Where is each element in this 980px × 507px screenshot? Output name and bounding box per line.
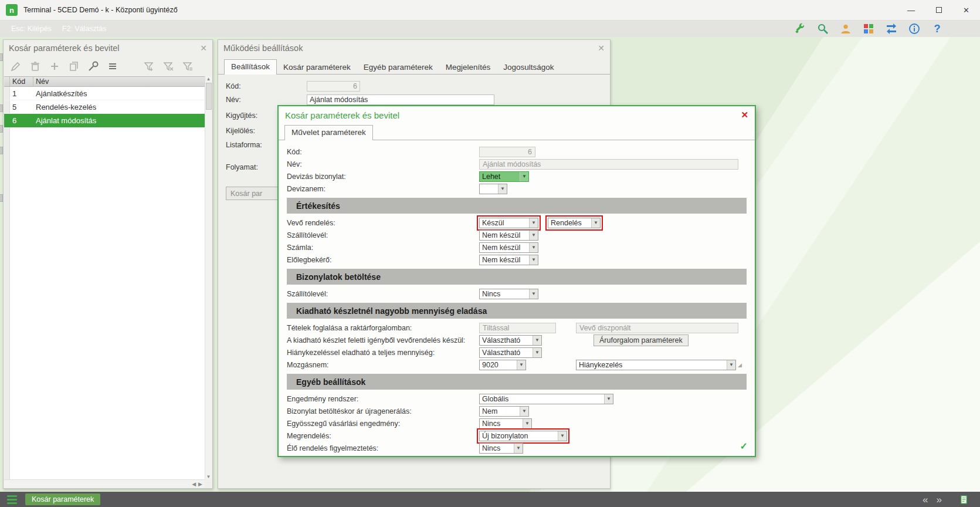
aruforgalom-parameterek-button[interactable]: Áruforgalom paraméterek: [594, 334, 689, 346]
close-icon[interactable]: ✕: [598, 43, 605, 53]
tab-muvelet-parameterek[interactable]: Művelet paraméterek: [284, 125, 373, 140]
nav-prev-icon[interactable]: «: [923, 495, 928, 505]
devizanem-label: Devizanem:: [287, 185, 479, 193]
chevron-down-icon: ▼: [514, 444, 523, 453]
confirm-check-icon[interactable]: ✓: [740, 441, 748, 452]
vertical-scrollbar[interactable]: ▲ ▼: [205, 76, 212, 479]
kod-field: 6: [307, 81, 360, 92]
scrollbar-thumb[interactable]: [206, 83, 212, 110]
mozgasnem-nev-select[interactable]: Hiánykezelés▼: [576, 360, 736, 370]
kod-label: Kód:: [226, 82, 307, 90]
chevron-down-icon: ▼: [523, 419, 531, 428]
tools-icon[interactable]: [87, 60, 100, 73]
nev-field[interactable]: Ajánlat módosítás: [307, 94, 494, 105]
list-icon[interactable]: [106, 60, 119, 73]
elo-rendeles-select[interactable]: Nincs▼: [479, 443, 523, 454]
shortcut-bar: Esc: Kilépés F2: Választás ?: [0, 21, 980, 37]
dialog-tabs: Művelet paraméterek: [279, 124, 755, 140]
elolegbekero-select[interactable]: Nem készül▼: [479, 255, 538, 265]
szamla-select[interactable]: Nem készül▼: [479, 242, 538, 253]
chevron-down-icon: ▼: [591, 218, 600, 228]
search-icon[interactable]: [816, 22, 829, 35]
tab-megjelenites[interactable]: Megjelenítés: [439, 60, 497, 74]
f2-shortcut[interactable]: F2: Választás: [57, 23, 112, 35]
kosar-parameterek-button[interactable]: Kosár par: [226, 187, 279, 200]
delete-icon[interactable]: [29, 60, 42, 73]
filter-icon[interactable]: [143, 60, 155, 73]
filter-clear-icon[interactable]: [162, 60, 175, 73]
filter-columns-icon[interactable]: [181, 60, 194, 73]
dialog-titlebar: Kosár paraméterek és bevitel ✕: [279, 106, 755, 124]
esc-shortcut[interactable]: Esc: Kilépés: [6, 23, 57, 35]
minimize-icon[interactable]: —: [897, 0, 925, 20]
info-icon[interactable]: [908, 22, 921, 35]
scroll-right-icon[interactable]: ▶: [198, 481, 202, 487]
column-header-kod[interactable]: Kód: [10, 77, 33, 86]
maximize-icon[interactable]: [925, 0, 952, 20]
ar-ujrageneralas-select[interactable]: Nem▼: [479, 406, 529, 417]
chevron-down-icon: ▼: [604, 394, 613, 404]
egyosszegu-engedmeny-label: Egyösszegű vásárlási engedmény:: [287, 420, 479, 428]
scroll-down-icon[interactable]: ▼: [206, 474, 211, 479]
row-nev-cell: Rendelés-kezelés: [33, 103, 205, 111]
engedmeny-rendszer-select[interactable]: Globális▼: [479, 394, 613, 404]
vevo-rendeles-tipus-select[interactable]: Rendelés▼: [548, 218, 601, 228]
resize-grip-icon[interactable]: ◢: [738, 362, 742, 368]
vevo-diszponalt-field: Vevő diszponált: [576, 323, 738, 333]
wrench-icon[interactable]: [794, 22, 806, 35]
szallitolevel-betoltes-select[interactable]: Nincs▼: [479, 289, 538, 299]
user-icon[interactable]: [839, 22, 852, 35]
chevron-down-icon: ▼: [558, 431, 567, 441]
vevo-rendeles-label: Vevő rendelés:: [287, 219, 479, 227]
apps-grid-icon[interactable]: [862, 22, 875, 35]
scroll-left-icon[interactable]: ◀: [192, 481, 196, 487]
elo-rendeles-label: Élő rendelés figyelmeztetés:: [287, 444, 479, 452]
row-nev-cell: Ajánlat módosítás: [33, 116, 205, 125]
mozgasnem-kod-select[interactable]: 9020▼: [479, 360, 526, 370]
chevron-down-icon: ▼: [529, 243, 538, 252]
help-icon[interactable]: ?: [931, 22, 944, 35]
devizas-bizonylat-select[interactable]: Lehet▼: [479, 171, 529, 182]
dialog-title: Kosár paraméterek és bevitel: [285, 110, 399, 120]
status-tab-kosar-parameterek[interactable]: Kosár paraméterek: [25, 494, 100, 505]
menu-icon[interactable]: [7, 495, 17, 504]
devizanem-select[interactable]: ▼: [479, 184, 507, 194]
devizas-bizonylat-label: Devizás bizonylat:: [287, 173, 479, 181]
close-icon[interactable]: ✕: [952, 0, 980, 20]
close-icon[interactable]: ✕: [741, 110, 748, 120]
window-controls: — ✕: [897, 0, 980, 20]
row-kod-cell: 1: [10, 89, 33, 98]
row-gutter: [4, 87, 10, 479]
tetelek-foglalasa-field: Tiltással: [479, 323, 556, 333]
tab-kosar-parameterek[interactable]: Kosár paraméterek: [277, 60, 357, 74]
tab-beallitasok[interactable]: Beállítások: [224, 59, 277, 75]
szallitolevel-label: Szállítólevél:: [287, 231, 479, 239]
ar-ujrageneralas-label: Bizonylat betöltéskor ár újragenerálás:: [287, 407, 479, 415]
edit-icon[interactable]: [9, 60, 22, 73]
add-icon[interactable]: [48, 60, 61, 73]
hianykezeles-select[interactable]: Választható▼: [479, 347, 542, 358]
section-kiadhato-keszlet: Kiadható készletnél nagyobb mennyiség el…: [287, 303, 747, 319]
nav-next-icon[interactable]: »: [937, 495, 942, 505]
app-icon: n: [6, 4, 18, 16]
copy-icon[interactable]: [67, 60, 80, 73]
column-header-nev[interactable]: Név: [33, 77, 205, 86]
tab-jogosultsagok[interactable]: Jogosultságok: [497, 60, 560, 74]
status-bar: Kosár paraméterek « »: [0, 492, 980, 507]
table-row[interactable]: 6 Ajánlat módosítás: [4, 114, 205, 127]
egyosszegu-engedmeny-select[interactable]: Nincs▼: [479, 418, 532, 429]
table-row[interactable]: 1 Ajánlatkészítés: [4, 87, 205, 100]
kiadhato-igeny-select[interactable]: Választható▼: [479, 335, 542, 346]
transfer-arrows-icon[interactable]: [885, 22, 898, 35]
vevo-rendeles-select[interactable]: Készül▼: [479, 218, 538, 228]
document-icon[interactable]: [959, 495, 968, 504]
horizontal-scrollbar[interactable]: ◀ ▶: [4, 479, 205, 488]
table-row[interactable]: 5 Rendelés-kezelés: [4, 100, 205, 114]
close-icon[interactable]: ✕: [200, 43, 207, 53]
szallitolevel-select[interactable]: Nem készül▼: [479, 230, 538, 241]
tab-egyeb-parameterek[interactable]: Egyéb paraméterek: [357, 60, 439, 74]
nev-label: Név:: [287, 160, 479, 168]
scroll-up-icon[interactable]: ▲: [206, 76, 211, 82]
megrendeles-select[interactable]: Új bizonylaton▼: [479, 431, 567, 441]
quick-toolbar: ?: [794, 22, 980, 35]
